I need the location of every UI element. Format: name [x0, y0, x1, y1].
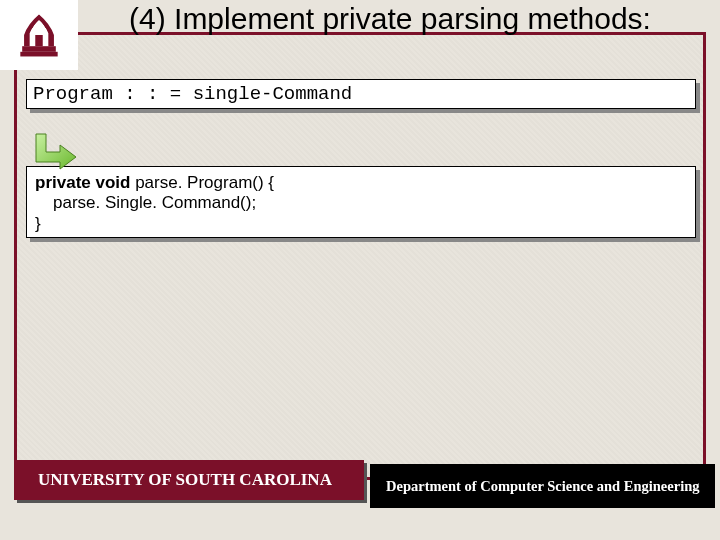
footer-department: Department of Computer Science and Engin… [370, 464, 715, 508]
code-line-3: } [35, 214, 687, 234]
footer-university: UNIVERSITY OF SOUTH CAROLINA [14, 460, 364, 500]
university-logo [0, 0, 78, 70]
svg-rect-0 [22, 46, 56, 52]
code-content: private void parse. Program() { parse. S… [26, 166, 696, 238]
svg-rect-2 [35, 35, 42, 46]
grammar-rule-text: Program : : = single-Command [26, 79, 696, 109]
code-line-2: parse. Single. Command(); [35, 193, 687, 213]
footer-department-text: Department of Computer Science and Engin… [386, 478, 699, 495]
code-line-1: parse. Program() { [130, 173, 274, 192]
slide-title: (4) Implement private parsing methods: [80, 2, 700, 37]
code-box: private void parse. Program() { parse. S… [26, 166, 696, 238]
footer-university-text: UNIVERSITY OF SOUTH CAROLINA [14, 460, 364, 500]
arrow-icon [28, 132, 78, 176]
svg-rect-1 [20, 52, 57, 57]
grammar-rule-box: Program : : = single-Command [26, 79, 696, 109]
